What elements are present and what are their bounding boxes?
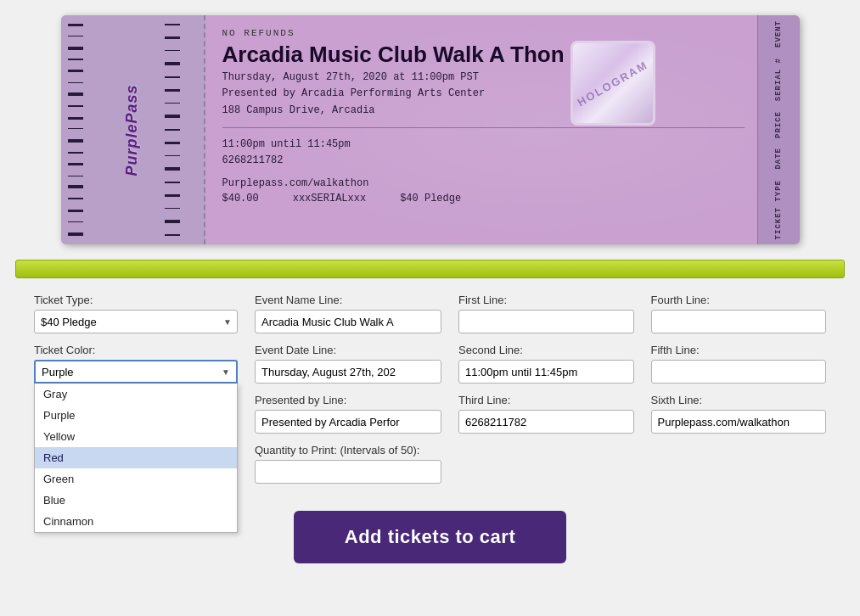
event-date-group: Event Date Line:	[255, 344, 441, 384]
third-line-group: Third Line:	[458, 394, 634, 434]
second-line-label: Second Line:	[458, 344, 634, 356]
progress-bar-area	[0, 253, 860, 285]
ticket-stub: PurplePass	[61, 15, 205, 244]
event-name-input[interactable]	[255, 310, 441, 333]
ticket-type-label: Ticket Type:	[34, 294, 238, 306]
sixth-line-input[interactable]	[651, 410, 827, 434]
barcode-left	[68, 24, 83, 236]
logo-text: PurplePass	[123, 84, 141, 176]
fifth-line-input[interactable]	[651, 360, 827, 384]
ticket-serial: xxxSERIALxxx	[293, 193, 366, 204]
ticket-price: $40.00	[222, 193, 259, 204]
hologram-area: HOLOGRAM	[571, 41, 655, 126]
sixth-line-label: Sixth Line:	[651, 394, 827, 406]
ticket-title: Arcadia Music Club Walk A Thon	[222, 42, 745, 68]
event-name-group: Event Name Line:	[255, 294, 441, 333]
first-line-label: First Line:	[458, 294, 634, 306]
hologram-box: HOLOGRAM	[571, 41, 655, 126]
ticket-date: Thursday, August 27th, 2020 at 11:00pm P…	[222, 70, 745, 119]
second-line-group: Second Line:	[458, 344, 634, 384]
third-line-input[interactable]	[458, 410, 634, 434]
form-area: Ticket Type: $40 Pledge $20 Pledge $10 P…	[0, 285, 860, 580]
fifth-line-label: Fifth Line:	[651, 344, 827, 356]
quantity-group: Quantity to Print: (Intervals of 50):	[255, 444, 441, 484]
ticket-color-display[interactable]: Purple	[34, 360, 238, 384]
presented-by-group: Presented by Line:	[255, 394, 441, 434]
ticket-color-dropdown-wrapper[interactable]: Purple Gray Purple Yellow Red Green Blue…	[34, 360, 238, 384]
color-option-gray[interactable]: Gray	[35, 384, 237, 405]
ticket-spine: EVENT SERIAL # PRICE DATE TICKET TYPE	[757, 15, 800, 244]
ticket-type-group: Ticket Type: $40 Pledge $20 Pledge $10 P…	[34, 294, 238, 333]
ticket-color-group: Ticket Color: Purple Gray Purple Yellow …	[34, 344, 238, 384]
first-line-group: First Line:	[458, 294, 634, 333]
presented-by-label: Presented by Line:	[255, 394, 441, 406]
second-line-input[interactable]	[458, 360, 634, 384]
fourth-line-input[interactable]	[651, 310, 827, 333]
ticket-body: NO REFUNDS Arcadia Music Club Walk A Tho…	[205, 15, 757, 244]
no-refunds-text: NO REFUNDS	[222, 28, 745, 38]
color-option-green[interactable]: Green	[35, 468, 237, 490]
ticket-website: Purplepass.com/walkathon	[222, 177, 745, 189]
ticket-time: 11:00pm until 11:45pm 6268211782	[222, 137, 745, 169]
presented-by-input[interactable]	[255, 410, 441, 434]
third-line-label: Third Line:	[458, 394, 634, 406]
ticket-preview-area: PurplePass	[0, 0, 860, 253]
progress-bar	[15, 260, 845, 278]
color-option-cinnamon[interactable]: Cinnamon	[35, 511, 237, 532]
fourth-line-group: Fourth Line:	[651, 294, 827, 333]
fifth-line-group: Fifth Line:	[651, 344, 827, 384]
ticket-pledge: $40 Pledge	[400, 193, 461, 204]
color-option-yellow[interactable]: Yellow	[35, 426, 237, 447]
first-line-input[interactable]	[458, 310, 634, 333]
add-to-cart-button[interactable]: Add tickets to cart	[294, 511, 566, 563]
color-option-purple[interactable]: Purple	[35, 405, 237, 426]
form-grid: Ticket Type: $40 Pledge $20 Pledge $10 P…	[34, 294, 826, 563]
quantity-input[interactable]	[255, 460, 441, 484]
sixth-line-group: Sixth Line:	[651, 394, 827, 434]
spine-price-label: PRICE	[774, 111, 783, 138]
color-option-blue[interactable]: Blue	[35, 490, 237, 511]
ticket-type-select-wrapper[interactable]: $40 Pledge $20 Pledge $10 Pledge	[34, 310, 238, 333]
hologram-text: HOLOGRAM	[575, 58, 649, 109]
event-date-input[interactable]	[255, 360, 441, 384]
quantity-label: Quantity to Print: (Intervals of 50):	[255, 444, 419, 456]
ticket: PurplePass	[61, 15, 800, 244]
event-date-label: Event Date Line:	[255, 344, 441, 356]
spine-date-label: DATE	[774, 148, 783, 170]
ticket-bottom: $40.00 xxxSERIALxxx $40 Pledge	[222, 193, 745, 204]
fourth-line-label: Fourth Line:	[651, 294, 827, 306]
ticket-color-list: Gray Purple Yellow Red Green Blue Cinnam…	[34, 384, 238, 533]
ticket-type-select[interactable]: $40 Pledge $20 Pledge $10 Pledge	[34, 310, 238, 333]
color-option-red[interactable]: Red	[35, 447, 237, 468]
spine-serial-label: SERIAL #	[774, 58, 783, 101]
spine-ticket-type-label: TICKET TYPE	[774, 180, 783, 239]
barcode-right	[165, 24, 180, 236]
ticket-color-label: Ticket Color:	[34, 344, 238, 356]
spine-event-label: EVENT	[774, 20, 783, 48]
event-name-label: Event Name Line:	[255, 294, 441, 306]
